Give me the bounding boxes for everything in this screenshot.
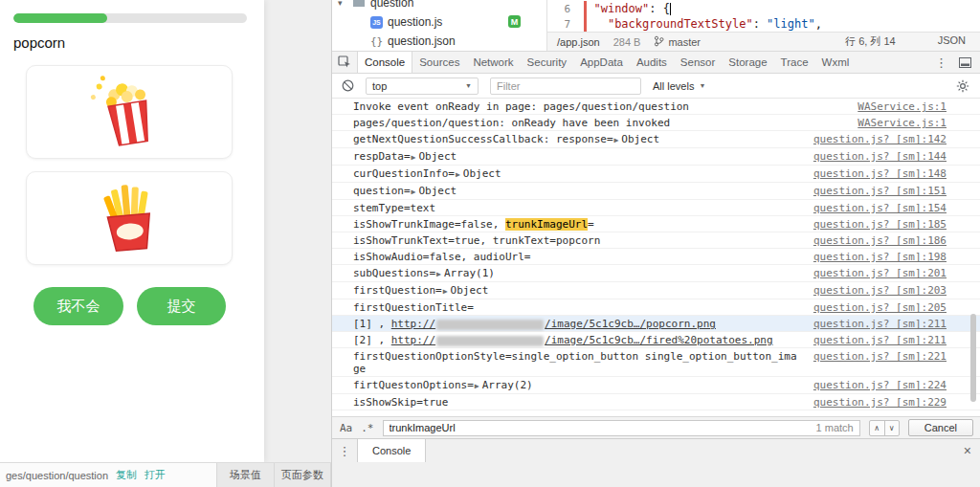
- console-filter-input[interactable]: [490, 77, 641, 95]
- log-source-link[interactable]: question.js? [sm]:211: [813, 334, 947, 346]
- log-text: curQuestionInfo=: [353, 167, 455, 180]
- search-input-box: 1 match: [383, 420, 860, 436]
- log-source-link[interactable]: question.js? [sm]:198: [813, 251, 947, 263]
- log-source-link[interactable]: question.js? [sm]:185: [813, 218, 947, 231]
- expand-triangle-icon[interactable]: ▶: [436, 270, 441, 278]
- log-source-link[interactable]: WAService.js:1: [858, 100, 947, 113]
- dock-side-icon[interactable]: [959, 57, 971, 68]
- drawer-tab-console[interactable]: Console: [357, 439, 426, 462]
- log-source-link[interactable]: question.js? [sm]:142: [813, 133, 947, 145]
- log-source-link[interactable]: question.js? [sm]:221: [813, 350, 947, 363]
- expand-triangle-icon[interactable]: ▶: [412, 153, 416, 162]
- simulator-panel: popcorn: [0, 0, 331, 462]
- drawer-close-icon[interactable]: ×: [964, 443, 971, 458]
- submit-button[interactable]: 提交: [137, 287, 226, 325]
- console-log-row: isShowSkip=truequestion.js? [sm]:229: [332, 394, 980, 410]
- log-message: firstQuestion=▶Object: [353, 284, 802, 298]
- log-source-link[interactable]: WAService.js:1: [858, 117, 947, 129]
- log-source-link[interactable]: question.js? [sm]:148: [813, 167, 947, 180]
- code-text: "window": {: [580, 2, 671, 15]
- log-source-link[interactable]: question.js? [sm]:224: [813, 379, 947, 391]
- option-card-fries[interactable]: [26, 171, 233, 265]
- footer-tab-0[interactable]: 场景值: [217, 463, 275, 487]
- log-text: question=: [353, 185, 411, 197]
- console-url-link[interactable]: /image/5c1c9cb…/fired%20potatoes.png: [545, 334, 772, 346]
- code-line[interactable]: 7 "backgroundTextStyle": "light",: [547, 16, 980, 32]
- devtools-tab-storage[interactable]: Storage: [722, 52, 773, 73]
- devtools-tab-sensor[interactable]: Sensor: [674, 52, 722, 73]
- option-card-popcorn[interactable]: [26, 65, 233, 159]
- expand-triangle-icon[interactable]: ▶: [456, 170, 460, 179]
- devtools-tab-network[interactable]: Network: [466, 52, 520, 73]
- log-source-link[interactable]: question.js? [sm]:201: [813, 267, 947, 279]
- log-message: question=▶Object: [353, 185, 802, 198]
- log-source-link[interactable]: question.js? [sm]:154: [813, 202, 947, 214]
- execution-context-select[interactable]: top ▼: [366, 77, 479, 95]
- log-source-link[interactable]: question.js? [sm]:151: [813, 185, 947, 197]
- log-source-link[interactable]: question.js? [sm]:205: [813, 301, 947, 314]
- log-levels-select[interactable]: All levels ▼: [653, 80, 705, 92]
- open-link[interactable]: 打开: [145, 468, 166, 482]
- folder-expand-icon[interactable]: ▾: [338, 0, 347, 8]
- code-editor[interactable]: 6 "window": {7 "backgroundTextStyle": "l…: [546, 0, 980, 51]
- drawer-more-options-icon[interactable]: ⋮: [332, 444, 357, 458]
- devtools-tab-audits[interactable]: Audits: [630, 52, 674, 73]
- log-source-link[interactable]: question.js? [sm]:186: [813, 234, 947, 247]
- simulator-footer: ges/question/question 复制 打开 场景值页面参数: [0, 462, 331, 487]
- inspect-element-icon[interactable]: [338, 55, 351, 69]
- expand-triangle-icon[interactable]: ▶: [614, 136, 619, 144]
- expand-triangle-icon[interactable]: ▶: [475, 382, 479, 390]
- language-mode: JSON: [938, 34, 966, 49]
- devtools-tab-appdata[interactable]: AppData: [573, 52, 630, 73]
- search-input[interactable]: [390, 422, 816, 433]
- match-case-toggle[interactable]: Aa: [340, 422, 352, 434]
- dont-know-button[interactable]: 我不会: [33, 287, 123, 325]
- context-value: top: [372, 80, 387, 92]
- log-source-link[interactable]: question.js? [sm]:203: [813, 284, 947, 297]
- search-cancel-button[interactable]: Cancel: [908, 419, 973, 436]
- devtools-tab-sources[interactable]: Sources: [412, 52, 466, 73]
- log-source-link[interactable]: question.js? [sm]:229: [813, 396, 947, 409]
- log-text: Object: [621, 133, 659, 145]
- git-branch-indicator: master: [654, 35, 701, 49]
- folder-icon: [352, 0, 366, 11]
- file-label: question.js: [388, 15, 442, 29]
- log-message: firstQuestionOptionStyle=single_option_b…: [353, 350, 802, 375]
- more-options-icon[interactable]: ⋮: [935, 55, 947, 70]
- log-text: firtQuestonOptions=: [353, 379, 474, 391]
- console-settings-gear-icon[interactable]: [956, 79, 969, 93]
- console-url-link[interactable]: http://: [391, 334, 435, 346]
- expand-triangle-icon[interactable]: ▶: [443, 287, 448, 296]
- console-url-link[interactable]: /image/5c1c9cb…/popcorn.png: [545, 318, 716, 330]
- devtools-tab-security[interactable]: Security: [521, 52, 574, 73]
- tree-file-question-js[interactable]: JS question.js M: [332, 12, 546, 32]
- log-text: respData=: [353, 150, 411, 163]
- console-url-link[interactable]: http://: [391, 318, 435, 330]
- console-scrollbar[interactable]: [970, 314, 976, 402]
- console-log-row: subQuestions=▶Array(1)question.js? [sm]:…: [332, 265, 980, 282]
- devtools-bottom-strip: [332, 462, 980, 487]
- log-text: isShowAudio=false, audioUrl=: [353, 251, 530, 263]
- previous-match-button[interactable]: ∧: [870, 421, 884, 435]
- expand-triangle-icon[interactable]: ▶: [412, 188, 416, 196]
- regex-toggle[interactable]: .*: [361, 422, 373, 434]
- log-message: getNextQuestionSuccessCallback: response…: [353, 133, 802, 146]
- log-source-link[interactable]: question.js? [sm]:211: [813, 318, 947, 330]
- search-match-count: 1 match: [816, 422, 854, 433]
- code-area[interactable]: 6 "window": {7 "backgroundTextStyle": "l…: [547, 0, 980, 32]
- tree-folder-question[interactable]: ▾ question: [332, 0, 546, 12]
- log-text: Object: [418, 185, 457, 197]
- log-source-link[interactable]: question.js? [sm]:144: [813, 150, 947, 163]
- devtools-tab-trace[interactable]: Trace: [774, 52, 815, 73]
- footer-tab-1[interactable]: 页面参数: [275, 463, 332, 487]
- next-match-button[interactable]: ∨: [884, 421, 899, 435]
- copy-link[interactable]: 复制: [116, 468, 137, 482]
- tree-file-question-json[interactable]: {} question.json: [332, 32, 546, 51]
- devtools-tab-wxml[interactable]: Wxml: [815, 52, 857, 73]
- devtools-tab-console[interactable]: Console: [357, 52, 412, 73]
- console-log-row: isShowAudio=false, audioUrl=question.js?…: [332, 249, 980, 265]
- cursor-position: 行 6, 列 14: [845, 34, 896, 49]
- file-tree: ▾ question JS question.js M {} question.…: [332, 0, 546, 51]
- clear-console-icon[interactable]: [342, 79, 354, 92]
- code-line[interactable]: 6 "window": {: [547, 1, 980, 16]
